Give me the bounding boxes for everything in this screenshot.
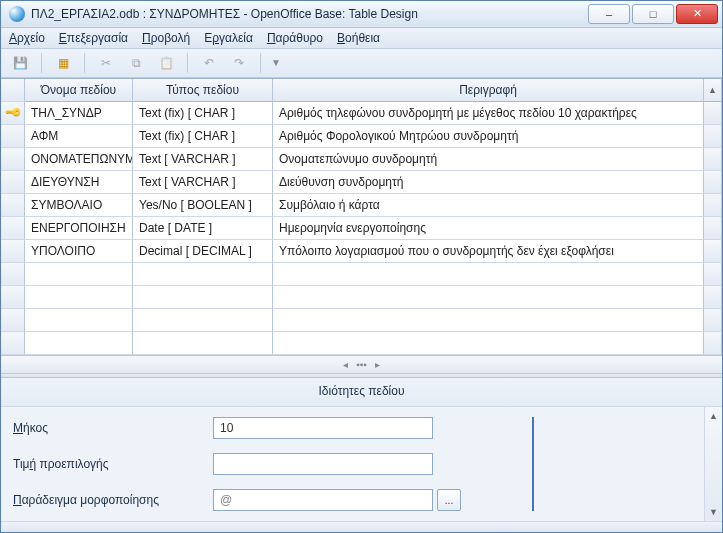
toolbar-sep [41, 53, 42, 73]
cell-field-type[interactable]: Text [ VARCHAR ] [133, 148, 273, 171]
cut-icon: ✂ [95, 52, 117, 74]
menu-window[interactable]: Παράθυρο [267, 31, 323, 45]
scroll-track[interactable] [704, 332, 722, 355]
default-input[interactable] [213, 453, 433, 475]
toolbar-sep [187, 53, 188, 73]
cell-field-type[interactable]: Date [ DATE ] [133, 217, 273, 240]
scroll-up-icon[interactable]: ▲ [704, 79, 722, 102]
cell-field-name[interactable]: ΑΦΜ [25, 125, 133, 148]
scroll-up-icon[interactable]: ▲ [709, 409, 718, 423]
row-header[interactable] [1, 309, 25, 332]
cell-field-desc[interactable]: Αριθμός Φορολογικού Μητρώου συνδρομητή [273, 125, 704, 148]
menu-file[interactable]: Αρχείο [9, 31, 45, 45]
cell-field-name[interactable] [25, 309, 133, 332]
cell-field-type[interactable] [133, 263, 273, 286]
maximize-button[interactable]: □ [632, 4, 674, 24]
scroll-track[interactable] [704, 286, 722, 309]
grid-corner [1, 79, 25, 102]
cell-field-name[interactable]: ΕΝΕΡΓΟΠΟΙΗΣΗ [25, 217, 133, 240]
cell-field-name[interactable]: ΔΙΕΥΘΥΝΣΗ [25, 171, 133, 194]
menu-view[interactable]: Προβολή [142, 31, 190, 45]
properties-title: Ιδιότητες πεδίου [1, 378, 722, 407]
format-picker-button[interactable]: ... [437, 489, 461, 511]
row-header[interactable] [1, 217, 25, 240]
scroll-track[interactable] [704, 171, 722, 194]
row-header[interactable] [1, 171, 25, 194]
scroll-track[interactable] [704, 148, 722, 171]
toolbar-sep [84, 53, 85, 73]
redo-icon: ↷ [228, 52, 250, 74]
copy-icon: ⧉ [125, 52, 147, 74]
format-label: Παράδειγμα μορφοποίησης [13, 493, 213, 507]
cell-field-type[interactable]: Text (fix) [ CHAR ] [133, 102, 273, 125]
cell-field-type[interactable]: Text (fix) [ CHAR ] [133, 125, 273, 148]
toolbar-sep [260, 53, 261, 73]
cell-field-type[interactable]: Text [ VARCHAR ] [133, 171, 273, 194]
primary-key-icon: 🔑 [3, 103, 22, 122]
minimize-button[interactable]: – [588, 4, 630, 24]
cell-field-name[interactable] [25, 286, 133, 309]
row-header[interactable] [1, 332, 25, 355]
col-header-desc[interactable]: Περιγραφή [273, 79, 704, 102]
menu-tools[interactable]: Εργαλεία [204, 31, 253, 45]
cell-field-desc[interactable]: Αριθμός τηλεφώνου συνδρομητή με μέγεθος … [273, 102, 704, 125]
scroll-track[interactable] [704, 125, 722, 148]
length-input[interactable] [213, 417, 433, 439]
default-label: Τιμή προεπιλογής [13, 457, 213, 471]
scroll-down-icon[interactable]: ▼ [709, 505, 718, 519]
status-bar [1, 521, 722, 532]
horizontal-scrollbar[interactable]: ◂ ▪▪▪ ▸ [1, 355, 722, 373]
edit-icon[interactable]: ▦ [52, 52, 74, 74]
row-header[interactable] [1, 240, 25, 263]
app-icon [9, 6, 25, 22]
col-header-name[interactable]: Όνομα πεδίου [25, 79, 133, 102]
cell-field-type[interactable]: Yes/No [ BOOLEAN ] [133, 194, 273, 217]
scroll-track[interactable] [704, 102, 722, 125]
row-header[interactable] [1, 125, 25, 148]
cell-field-desc[interactable] [273, 286, 704, 309]
cell-field-name[interactable]: ΥΠΟΛΟΙΠΟ [25, 240, 133, 263]
cell-field-desc[interactable]: Υπόλοιπο λογαριασμού που ο συνδρομητής δ… [273, 240, 704, 263]
cell-field-name[interactable]: ΟΝΟΜΑΤΕΠΩΝΥΜΟ [25, 148, 133, 171]
cell-field-desc[interactable] [273, 263, 704, 286]
row-header[interactable] [1, 286, 25, 309]
scroll-track[interactable] [704, 240, 722, 263]
row-header[interactable]: 🔑 [1, 102, 25, 125]
scroll-track[interactable] [704, 217, 722, 240]
window-title: ΠΛ2_ΕΡΓΑΣΙΑ2.odb : ΣΥΝΔΡΟΜΗΤΕΣ - OpenOff… [31, 7, 588, 21]
cell-field-desc[interactable]: Ημερομηνία ενεργοποίησης [273, 217, 704, 240]
cell-field-type[interactable] [133, 332, 273, 355]
toolbar-overflow-icon[interactable]: ▼ [271, 57, 281, 68]
cell-field-type[interactable] [133, 286, 273, 309]
row-header[interactable] [1, 263, 25, 286]
cell-field-name[interactable] [25, 332, 133, 355]
row-header[interactable] [1, 194, 25, 217]
format-input[interactable] [213, 489, 433, 511]
scroll-track[interactable] [704, 309, 722, 332]
cell-field-desc[interactable]: Ονοματεπώνυμο συνδρομητή [273, 148, 704, 171]
menu-edit[interactable]: Επεξεργασία [59, 31, 128, 45]
row-header[interactable] [1, 148, 25, 171]
properties-scrollbar[interactable]: ▲ ▼ [704, 407, 722, 521]
cell-field-name[interactable]: ΣΥΜΒΟΛΑΙΟ [25, 194, 133, 217]
cell-field-desc[interactable] [273, 309, 704, 332]
menubar: Αρχείο Επεξεργασία Προβολή Εργαλεία Παρά… [1, 28, 722, 49]
titlebar: ΠΛ2_ΕΡΓΑΣΙΑ2.odb : ΣΥΝΔΡΟΜΗΤΕΣ - OpenOff… [1, 1, 722, 28]
scroll-track[interactable] [704, 263, 722, 286]
cell-field-desc[interactable]: Συμβόλαιο ή κάρτα [273, 194, 704, 217]
cell-field-desc[interactable]: Διεύθυνση συνδρομητή [273, 171, 704, 194]
cell-field-type[interactable] [133, 309, 273, 332]
menu-help[interactable]: Βοήθεια [337, 31, 380, 45]
property-description-box [532, 417, 692, 511]
close-button[interactable]: ✕ [676, 4, 718, 24]
field-properties-panel: Ιδιότητες πεδίου Μήκος Τιμή προεπιλογής … [1, 378, 722, 521]
scroll-track[interactable] [704, 194, 722, 217]
cell-field-name[interactable]: ΤΗΛ_ΣΥΝΔΡ [25, 102, 133, 125]
cell-field-type[interactable]: Decimal [ DECIMAL ] [133, 240, 273, 263]
cell-field-name[interactable] [25, 263, 133, 286]
col-header-type[interactable]: Τύπος πεδίου [133, 79, 273, 102]
paste-icon: 📋 [155, 52, 177, 74]
toolbar: 💾 ▦ ✂ ⧉ 📋 ↶ ↷ ▼ [1, 49, 722, 78]
length-label: Μήκος [13, 421, 213, 435]
cell-field-desc[interactable] [273, 332, 704, 355]
